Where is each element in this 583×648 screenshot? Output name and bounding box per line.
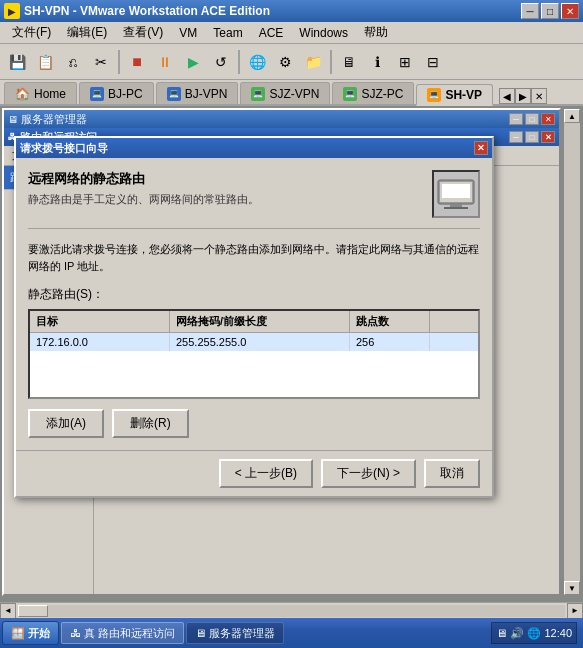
taskbar-right: 🖥 🔊 🌐 12:40 [487,622,581,644]
toolbar-play-btn[interactable]: ▶ [180,49,206,75]
tab-sjz-pc-label: SJZ-PC [361,87,403,101]
route-close-btn[interactable]: ✕ [541,131,555,143]
menu-team[interactable]: Team [205,24,250,42]
toolbar-btn-2[interactable]: 📋 [32,49,58,75]
svg-rect-4 [444,207,468,209]
toolbar-power-btn[interactable]: ■ [124,49,150,75]
sm-maximize-btn[interactable]: □ [525,113,539,125]
server-manager-title-bar: 🖥 服务器管理器 ─ □ ✕ [4,110,559,128]
tab-bj-vpn[interactable]: 💻 BJ-VPN [156,82,239,104]
tab-next-btn[interactable]: ▶ [515,88,531,104]
server-manager-title-text: 服务器管理器 [21,112,509,127]
cancel-button[interactable]: 取消 [424,459,480,488]
tab-bj-pc-label: BJ-PC [108,87,143,101]
table-row[interactable]: 172.16.0.0 255.255.255.0 256 [30,333,478,351]
toolbar-folder-btn[interactable]: 📁 [300,49,326,75]
taskbar-server-icon: 🖥 [195,627,206,639]
cell-mask: 255.255.255.0 [170,333,350,351]
sm-close-btn[interactable]: ✕ [541,113,555,125]
tab-bj-pc-icon: 💻 [90,87,104,101]
toolbar-monitor-btn[interactable]: 🖥 [336,49,362,75]
back-button[interactable]: < 上一步(B) [219,459,313,488]
toolbar-network-btn[interactable]: 🌐 [244,49,270,75]
svg-rect-2 [442,184,470,198]
menu-view[interactable]: 查看(V) [115,22,171,43]
h-scroll-thumb[interactable] [18,605,48,617]
col-mask: 网络掩码/前缀长度 [170,311,350,332]
route-minimize-btn[interactable]: ─ [509,131,523,143]
tab-sh-vp-icon: 💻 [427,88,441,102]
toolbar-btn-4[interactable]: ✂ [88,49,114,75]
dialog-header: 远程网络的静态路由 静态路由是手工定义的、两网络间的常驻路由。 [28,170,480,229]
add-button[interactable]: 添加(A) [28,409,104,438]
h-scroll-right[interactable]: ► [567,603,583,619]
sm-minimize-btn[interactable]: ─ [509,113,523,125]
next-button[interactable]: 下一步(N) > [321,459,416,488]
taskbar-item-server[interactable]: 🖥 服务器管理器 [186,622,284,644]
tray-network-icon: 🌐 [527,627,541,640]
table-header: 目标 网络掩码/前缀长度 跳点数 [30,311,478,333]
minimize-button[interactable]: ─ [521,3,539,19]
taskbar-item-route[interactable]: 🖧 真 路由和远程访问 [61,622,184,644]
tab-close-btn[interactable]: ✕ [531,88,547,104]
tab-bj-vpn-icon: 💻 [167,87,181,101]
menu-bar: 文件(F) 编辑(E) 查看(V) VM Team ACE Windows 帮助 [0,22,583,44]
delete-button[interactable]: 删除(R) [112,409,189,438]
svg-rect-3 [450,204,462,207]
toolbar-btn-3[interactable]: ⎌ [60,49,86,75]
tab-prev-btn[interactable]: ◀ [499,88,515,104]
scrollbar-down-btn[interactable]: ▼ [564,581,580,595]
dialog-main-title: 远程网络的静态路由 [28,170,422,188]
h-scroll-left[interactable]: ◄ [0,603,16,619]
start-button[interactable]: 🪟 开始 [2,621,59,645]
maximize-button[interactable]: □ [541,3,559,19]
h-scroll-track[interactable] [18,605,565,617]
tray-volume-icon: 🔊 [510,627,524,640]
system-tray: 🖥 🔊 🌐 12:40 [491,622,577,644]
dialog-close-btn[interactable]: ✕ [474,141,488,155]
dialog-title-bar: 请求拨号接口向导 ✕ [16,138,492,158]
table-label: 静态路由(S)： [28,286,480,303]
close-button[interactable]: ✕ [561,3,579,19]
toolbar-extra-btn[interactable]: ⊞ [392,49,418,75]
dialog-subtitle: 静态路由是手工定义的、两网络间的常驻路由。 [28,192,422,207]
toolbar-info-btn[interactable]: ℹ [364,49,390,75]
toolbar-sep-1 [118,50,120,74]
tab-bj-pc[interactable]: 💻 BJ-PC [79,82,154,104]
toolbar-extra-btn2[interactable]: ⊟ [420,49,446,75]
route-maximize-btn[interactable]: □ [525,131,539,143]
toolbar-settings-btn[interactable]: ⚙ [272,49,298,75]
taskbar: 🪟 开始 🖧 真 路由和远程访问 🖥 服务器管理器 🖥 🔊 🌐 12:40 [0,618,583,648]
start-icon: 🪟 [11,627,25,640]
toolbar-refresh-btn[interactable]: ↺ [208,49,234,75]
menu-help[interactable]: 帮助 [356,22,396,43]
tab-sjz-vpn[interactable]: 💻 SJZ-VPN [240,82,330,104]
right-scrollbar[interactable]: ▲ ▼ [563,108,581,596]
tab-sjz-vpn-label: SJZ-VPN [269,87,319,101]
tab-home[interactable]: 🏠 Home [4,82,77,104]
tab-sjz-pc[interactable]: 💻 SJZ-PC [332,82,414,104]
vm-screen: 🖥 服务器管理器 ─ □ ✕ 🖧 路由和远程访问 ─ [0,106,583,598]
toolbar-pause-btn[interactable]: ⏸ [152,49,178,75]
dialog-action-buttons: 添加(A) 删除(R) [28,409,480,438]
h-scrollbar: ◄ ► [0,602,583,618]
tray-time: 12:40 [544,627,572,639]
toolbar-sep-3 [330,50,332,74]
toolbar-btn-1[interactable]: 💾 [4,49,30,75]
menu-vm[interactable]: VM [171,24,205,42]
taskbar-route-label: 真 路由和远程访问 [84,626,175,641]
menu-windows[interactable]: Windows [291,24,356,42]
dialog-description: 要激活此请求拨号连接，您必须将一个静态路由添加到网络中。请指定此网络与其通信的远… [28,241,480,274]
tray-monitor-icon: 🖥 [496,627,507,639]
cell-target: 172.16.0.0 [30,333,170,351]
tab-sjz-pc-icon: 💻 [343,87,357,101]
scrollbar-up-btn[interactable]: ▲ [564,109,580,123]
title-bar-text: SH-VPN - VMware Workstation ACE Edition [24,4,521,18]
menu-ace[interactable]: ACE [251,24,292,42]
tab-sh-vp[interactable]: 💻 SH-VP [416,84,493,106]
menu-edit[interactable]: 编辑(E) [59,22,115,43]
dialog-title-text: 请求拨号接口向导 [20,141,474,156]
menu-file[interactable]: 文件(F) [4,22,59,43]
server-manager-controls: ─ □ ✕ [509,113,555,125]
tab-nav: ◀ ▶ ✕ [499,88,547,104]
